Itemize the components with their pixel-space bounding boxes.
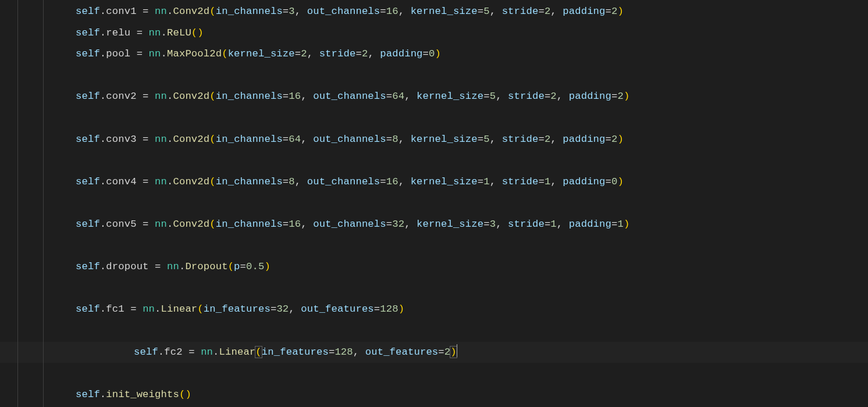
code-block: self.conv1 = nn.Conv2d(in_channels=3, ou… <box>17 1 868 405</box>
blank-line[interactable] <box>76 320 868 342</box>
code-line[interactable]: self.fc1 = nn.Linear(in_features=32, out… <box>76 299 868 320</box>
token-kwarg: in_channels <box>216 6 283 17</box>
indent-guide <box>43 0 44 407</box>
token-module: nn <box>155 6 167 17</box>
blank-line[interactable] <box>76 150 868 172</box>
code-line[interactable]: self.dropout = nn.Dropout(p=0.5) <box>76 256 868 278</box>
token-number: 3 <box>289 6 294 17</box>
blank-line[interactable] <box>76 278 868 299</box>
code-line[interactable]: self.conv1 = nn.Conv2d(in_channels=3, ou… <box>76 1 868 23</box>
code-line[interactable]: self.conv5 = nn.Conv2d(in_channels=16, o… <box>76 214 868 235</box>
blank-line[interactable] <box>76 65 868 87</box>
blank-line[interactable] <box>76 108 868 129</box>
token-dot: . <box>100 6 106 17</box>
code-editor[interactable]: self.conv1 = nn.Conv2d(in_channels=3, ou… <box>0 0 868 407</box>
blank-line[interactable] <box>76 363 868 384</box>
token-attr: conv1 <box>106 6 136 17</box>
token-paren: ( <box>209 6 215 17</box>
text-cursor <box>457 344 457 357</box>
blank-line[interactable] <box>76 192 868 214</box>
blank-line[interactable] <box>76 235 868 257</box>
token-call: Conv2d <box>173 6 209 17</box>
token-eq: = <box>137 6 155 17</box>
code-line[interactable]: self.relu = nn.ReLU() <box>76 23 868 44</box>
code-line[interactable]: self.conv3 = nn.Conv2d(in_channels=64, o… <box>76 129 868 151</box>
indent-guide <box>17 0 18 407</box>
code-line[interactable]: self.init_weights() <box>76 384 868 406</box>
code-line[interactable]: self.pool = nn.MaxPool2d(kernel_size=2, … <box>76 44 868 65</box>
token-self: self <box>76 6 100 17</box>
code-line-active[interactable]: self.fc2 = nn.Linear(in_features=128, ou… <box>0 342 868 363</box>
code-line[interactable]: self.conv2 = nn.Conv2d(in_channels=16, o… <box>76 86 868 108</box>
code-line[interactable]: self.conv4 = nn.Conv2d(in_channels=8, ou… <box>76 172 868 193</box>
